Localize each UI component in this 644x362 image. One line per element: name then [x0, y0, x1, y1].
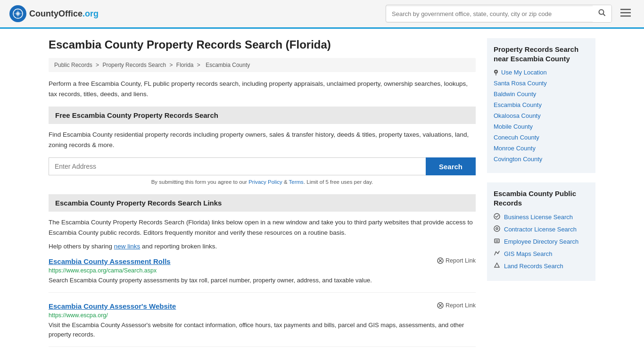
business-license-link[interactable]: Business License Search [494, 213, 589, 221]
contractor-license-icon [494, 225, 500, 233]
resource-card-2: Escambia County Assessor's Website Repor… [49, 302, 476, 347]
land-records-label: Land Records Search [504, 263, 563, 270]
nearby-counties-box: Property Records Search near Escambia Co… [487, 38, 595, 173]
resource-title-2[interactable]: Escambia County Assessor's Website [49, 302, 176, 310]
public-records-title: Escambia County Public Records [494, 189, 589, 207]
nearby-baldwin[interactable]: Baldwin County [494, 90, 589, 98]
employee-directory-icon [494, 238, 500, 246]
use-location-label: Use My Location [501, 69, 547, 76]
site-header: CountyOffice.org [0, 0, 644, 29]
form-note-pre: By submitting this form you agree to our [151, 179, 248, 185]
privacy-policy-link[interactable]: Privacy Policy [248, 179, 282, 185]
logo[interactable]: CountyOffice.org [9, 5, 99, 22]
links-section: Escambia County Property Records Search … [49, 194, 476, 347]
share-line: Help others by sharing new links and rep… [49, 243, 476, 250]
nearby-mobile[interactable]: Mobile County [494, 123, 589, 130]
resource-desc-1: Search Escambia County property assessme… [49, 276, 476, 285]
sidebar: Property Records Search near Escambia Co… [487, 38, 595, 356]
global-search-button[interactable] [593, 5, 611, 22]
resource-desc-2: Visit the Escambia County Assessor's web… [49, 321, 476, 339]
logo-text: CountyOffice.org [29, 9, 99, 19]
terms-link[interactable]: Terms [289, 179, 304, 185]
land-records-link[interactable]: Land Records Search [494, 262, 589, 270]
contractor-license-link[interactable]: Contractor License Search [494, 225, 589, 233]
form-note-post: . Limit of 5 free uses per day. [304, 179, 373, 185]
breadcrumb-public-records[interactable]: Public Records [54, 62, 92, 68]
logo-icon [9, 5, 26, 22]
use-location[interactable]: Use My Location [494, 69, 589, 76]
page-description: Perform a free Escambia County, FL publi… [49, 79, 476, 99]
address-search-row: Search [49, 157, 476, 175]
breadcrumb-florida[interactable]: Florida [176, 62, 194, 68]
content-area: Escambia County Property Records Search … [49, 38, 476, 356]
contractor-license-label: Contractor License Search [504, 226, 577, 233]
employee-directory-label: Employee Directory Search [504, 238, 578, 245]
global-search-bar[interactable] [386, 5, 612, 23]
svg-point-19 [496, 228, 498, 230]
gis-maps-link[interactable]: GIS Maps Search [494, 250, 589, 258]
gis-maps-label: GIS Maps Search [504, 250, 553, 257]
nearby-santa-rosa[interactable]: Santa Rosa County [494, 80, 589, 87]
nearby-okaloosa[interactable]: Okaloosa County [494, 112, 589, 119]
resource-card-1: Escambia County Assessment Rolls Report … [49, 257, 476, 293]
svg-point-18 [494, 226, 500, 231]
report-link-2[interactable]: Report Link [437, 302, 476, 309]
share-post: and reporting broken links. [140, 243, 217, 250]
free-search-section-header: Free Escambia County Property Records Se… [49, 107, 476, 124]
links-description: The Escambia County Property Records Sea… [49, 217, 476, 238]
header-right [386, 5, 635, 23]
resource-title-1[interactable]: Escambia County Assessment Rolls [49, 257, 171, 265]
nearby-counties-title: Property Records Search near Escambia Co… [494, 45, 589, 63]
public-records-box: Escambia County Public Records Business … [487, 182, 595, 281]
free-search-description: Find Escambia County residential propert… [49, 130, 476, 150]
share-pre: Help others by sharing [49, 243, 114, 250]
breadcrumb-current: Escambia County [206, 62, 250, 68]
breadcrumb-property-records-search[interactable]: Property Records Search [102, 62, 166, 68]
svg-marker-23 [495, 263, 499, 267]
links-section-header: Escambia County Property Records Search … [49, 194, 476, 212]
nearby-escambia[interactable]: Escambia County [494, 101, 589, 108]
resource-url-1[interactable]: https://www.escpa.org/cama/Search.aspx [49, 267, 476, 274]
new-links-link[interactable]: new links [114, 243, 140, 250]
employee-directory-link[interactable]: Employee Directory Search [494, 238, 589, 246]
svg-point-16 [495, 71, 497, 72]
page-title: Escambia County Property Records Search … [49, 38, 476, 51]
address-search-button[interactable]: Search [426, 157, 476, 175]
global-search-input[interactable] [386, 7, 593, 21]
resource-url-2[interactable]: https://www.escpa.org/ [49, 312, 476, 319]
report-link-1[interactable]: Report Link [437, 257, 476, 264]
form-note: By submitting this form you agree to our… [49, 179, 476, 185]
form-note-and: & [282, 179, 289, 185]
business-license-label: Business License Search [504, 214, 573, 221]
land-records-icon [494, 262, 500, 270]
nearby-covington[interactable]: Covington County [494, 156, 589, 163]
hamburger-menu[interactable] [617, 6, 635, 22]
nearby-monroe[interactable]: Monroe County [494, 145, 589, 152]
business-license-icon [494, 213, 500, 221]
svg-rect-20 [495, 239, 499, 243]
nearby-conecuh[interactable]: Conecuh County [494, 134, 589, 141]
svg-line-5 [603, 14, 605, 16]
resource-card-2-header: Escambia County Assessor's Website Repor… [49, 302, 476, 310]
logo-domain: .org [83, 9, 99, 18]
address-input[interactable] [49, 157, 426, 175]
main-container: Escambia County Property Records Search … [39, 29, 605, 362]
address-search-form: Search By submitting this form you agree… [49, 157, 476, 185]
breadcrumb: Public Records > Property Records Search… [49, 58, 476, 72]
resource-card-1-header: Escambia County Assessment Rolls Report … [49, 257, 476, 265]
gis-maps-icon [494, 250, 500, 258]
